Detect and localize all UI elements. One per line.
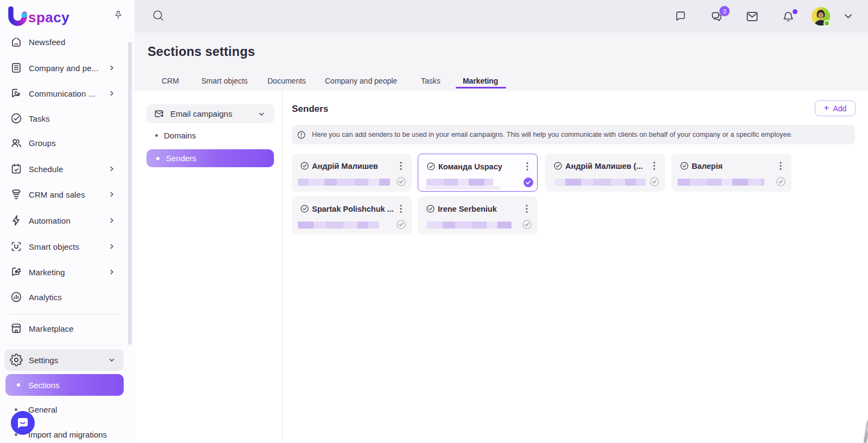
svg-text:spacy: spacy [28,9,69,26]
